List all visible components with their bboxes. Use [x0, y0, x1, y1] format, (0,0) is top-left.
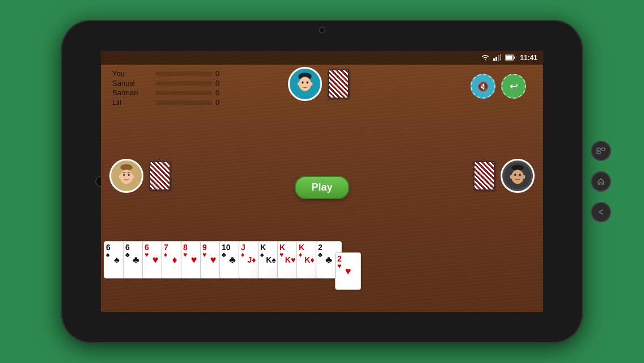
play-button[interactable]: Play	[294, 176, 349, 199]
svg-rect-2	[498, 55, 499, 61]
right-player-avatar	[501, 159, 535, 193]
status-bar: 11:41	[101, 51, 543, 65]
back-button[interactable]: ↩	[501, 74, 526, 99]
svg-rect-28	[597, 148, 600, 150]
top-player-avatar	[288, 67, 322, 101]
svg-rect-5	[514, 56, 515, 58]
score-value-you: 0	[215, 69, 219, 78]
score-bar-barman	[155, 91, 212, 95]
svg-rect-3	[500, 54, 501, 61]
svg-rect-0	[493, 58, 495, 61]
scoreboard: You 0 Sanusi 0 Barman 0 Lili 0	[112, 69, 219, 108]
svg-point-13	[310, 82, 312, 86]
svg-point-11	[307, 81, 308, 83]
svg-point-25	[519, 174, 521, 176]
svg-rect-1	[495, 57, 497, 61]
score-bar-you	[155, 71, 212, 76]
score-value-barman: 0	[215, 88, 219, 97]
svg-point-16	[120, 170, 133, 184]
svg-point-17	[123, 174, 125, 176]
score-value-lili: 0	[215, 98, 219, 107]
score-bar-sanusi	[155, 81, 212, 86]
signal-icon	[493, 54, 501, 62]
svg-point-12	[298, 82, 300, 86]
wifi-icon	[481, 54, 489, 62]
player-name-barman: Barman	[112, 88, 152, 97]
svg-rect-6	[506, 56, 512, 60]
score-value-sanusi: 0	[215, 79, 219, 87]
right-player-card	[473, 161, 495, 191]
top-player-card	[328, 69, 349, 99]
camera-icon	[319, 27, 325, 33]
back-icon: ↩	[510, 80, 518, 92]
mute-button[interactable]: 🔇	[471, 74, 495, 99]
right-player-area	[473, 159, 535, 193]
player-name-sanusi: Sanusi	[112, 79, 152, 87]
back-nav-button[interactable]	[591, 202, 611, 222]
svg-point-10	[302, 81, 303, 83]
left-player-area	[109, 159, 171, 193]
time-display: 11:41	[520, 54, 537, 62]
left-player-card	[149, 161, 171, 191]
svg-point-9	[299, 77, 311, 91]
game-screen: 11:41 You 0 Sanusi 0 Barman 0 Lili	[101, 51, 543, 312]
phone-device: 11:41 You 0 Sanusi 0 Barman 0 Lili	[61, 20, 583, 343]
score-row-lili: Lili 0	[112, 98, 219, 107]
svg-point-26	[510, 175, 513, 179]
score-bar-lili	[155, 100, 212, 105]
svg-point-18	[128, 174, 130, 176]
left-player-avatar	[109, 159, 143, 193]
svg-point-20	[131, 175, 134, 179]
score-row-barman: Barman 0	[112, 88, 219, 97]
svg-rect-29	[601, 148, 605, 150]
score-row-you: You 0	[112, 69, 219, 78]
score-row-sanusi: Sanusi 0	[112, 79, 219, 87]
svg-point-24	[514, 174, 516, 176]
player-name-you: You	[112, 69, 152, 78]
phone-navigation	[591, 141, 611, 222]
battery-icon	[505, 54, 515, 62]
player-name-lili: Lili	[112, 98, 152, 107]
svg-point-27	[522, 175, 525, 179]
status-icons: 11:41	[481, 54, 537, 62]
svg-rect-30	[597, 151, 600, 154]
action-buttons: 🔇 ↩	[471, 74, 526, 99]
player-hand: 6 ♠ ♠ 6 ♣ ♣ 6 ♥ ♥ 7 ♦ ♦	[101, 238, 543, 312]
card-2-hearts[interactable]: 2 ♥ ♥	[335, 252, 361, 290]
svg-point-15	[120, 164, 133, 171]
svg-point-23	[511, 170, 524, 184]
svg-point-19	[119, 175, 122, 179]
mute-icon: 🔇	[477, 81, 489, 92]
home-button[interactable]	[591, 171, 611, 192]
recent-apps-button[interactable]	[591, 141, 611, 161]
top-player-area	[288, 67, 349, 101]
